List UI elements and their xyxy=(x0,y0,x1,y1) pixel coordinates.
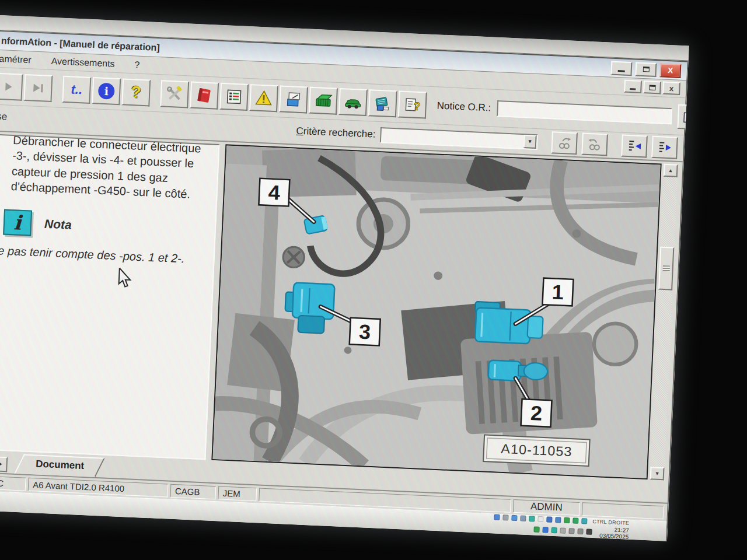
toolbox-icon xyxy=(314,92,332,110)
content-area: ▲ ▼ d – Débrancher le connecteur électri… xyxy=(0,130,683,483)
info-note-icon: i xyxy=(3,209,32,236)
search-criteria-combobox[interactable]: ▼ xyxy=(380,127,538,150)
status-cell-engine-code: CAGB xyxy=(170,484,216,499)
car-icon xyxy=(344,93,362,111)
person-search-next-icon xyxy=(557,135,573,151)
document-list-button[interactable] xyxy=(219,82,249,110)
manuals-icon xyxy=(374,94,392,112)
tray-icon[interactable] xyxy=(511,514,517,520)
document-list-icon xyxy=(225,88,243,106)
photo-of-screen: nformAtion - [Manuel de réparation] X am… xyxy=(0,0,747,560)
notice-or-cluster: Notice O.R.: xyxy=(437,93,689,130)
figure-ref-box: A10-11053 xyxy=(483,435,590,466)
help-button[interactable]: ? xyxy=(121,78,151,106)
tab-document[interactable]: Document xyxy=(14,454,105,477)
tray-icon[interactable] xyxy=(581,518,587,524)
engine-illustration: 4 3 1 2 xyxy=(212,145,660,478)
status-cell-user: ADMIN xyxy=(513,499,580,515)
tray-icon[interactable] xyxy=(533,526,539,532)
minimize-button[interactable] xyxy=(610,61,632,76)
tab-scroll-right-button[interactable] xyxy=(0,456,8,472)
tray-icon[interactable] xyxy=(555,517,561,523)
close-button[interactable]: X xyxy=(659,63,681,78)
tray-icon[interactable] xyxy=(529,516,535,522)
nota-row: i Nota xyxy=(3,209,210,244)
search-criteria-label: Critère recherche: xyxy=(296,125,376,141)
combobox-value xyxy=(381,128,524,148)
figure-scroll-up-icon[interactable]: ▲ xyxy=(664,164,678,177)
nav-forward-button[interactable] xyxy=(0,72,23,100)
tray-icon[interactable] xyxy=(537,516,543,522)
tools-icon xyxy=(166,85,184,103)
svg-text:?: ? xyxy=(413,100,421,112)
doc-help-icon: ? xyxy=(403,95,421,113)
nav-last-button[interactable] xyxy=(23,74,53,102)
status-cell-gearbox-code: JEM xyxy=(218,486,257,501)
callout-1: 1 xyxy=(551,281,564,304)
search-person-prev-button[interactable] xyxy=(581,133,608,156)
goto-icon: t.. xyxy=(71,82,83,97)
restore-button[interactable] xyxy=(635,62,657,77)
taskbar-clock[interactable]: 21:27 03/05/2025 xyxy=(599,526,629,540)
measure-icon xyxy=(284,90,302,108)
tray-icon[interactable] xyxy=(546,516,552,522)
tray-icon[interactable] xyxy=(520,515,526,521)
chevron-down-icon[interactable]: ▼ xyxy=(523,135,537,149)
mdi-window-controls: x xyxy=(624,80,680,95)
nota-text: Ne pas tenir compte des -pos. 1 et 2-. xyxy=(0,242,208,268)
warning-button[interactable] xyxy=(249,84,278,112)
instruction-text: Débrancher le connecteur électrique -3-,… xyxy=(11,134,212,203)
info-button[interactable]: i xyxy=(92,77,121,105)
notice-or-input[interactable] xyxy=(497,100,672,124)
tray-icon[interactable] xyxy=(586,528,592,534)
tray-icon[interactable] xyxy=(564,517,570,523)
menu-avertissements[interactable]: Avertissements xyxy=(51,55,115,69)
callout-3: 3 xyxy=(358,320,371,344)
nav-button-group xyxy=(0,72,53,102)
menu-parametrer[interactable]: amétrer xyxy=(0,53,32,65)
warning-icon xyxy=(254,89,273,107)
toolbox-button[interactable] xyxy=(309,86,338,114)
last-icon xyxy=(33,83,40,92)
tools-button[interactable] xyxy=(160,80,189,108)
tray-icon[interactable] xyxy=(542,527,548,533)
figure-scrollbar-thumb[interactable] xyxy=(658,246,674,290)
mdi-minimize-button[interactable] xyxy=(624,80,642,93)
callout-2: 2 xyxy=(530,401,543,425)
info-icon: i xyxy=(98,82,115,99)
figure-scroll-down-icon[interactable]: ▼ xyxy=(650,467,665,480)
doc-help-button[interactable]: ? xyxy=(398,90,427,118)
tray-icon[interactable] xyxy=(551,527,557,533)
tray-icon[interactable] xyxy=(573,517,578,523)
tray-icon[interactable] xyxy=(577,528,583,534)
info-button-group: t.. i ? xyxy=(62,75,151,106)
tray-icon[interactable] xyxy=(502,514,508,520)
goto-procedure-button[interactable]: t.. xyxy=(62,75,91,103)
person-search-prev-icon xyxy=(587,136,602,152)
tray-icon[interactable] xyxy=(494,514,500,520)
tray-icon[interactable] xyxy=(560,527,566,533)
instruction-pane: – Débrancher le connecteur électrique -3… xyxy=(0,134,219,460)
callout-4: 4 xyxy=(268,181,281,204)
keyboard-layout-indicator[interactable]: CTRL DROITE xyxy=(592,518,629,526)
tray-icon[interactable] xyxy=(568,528,574,534)
mdi-restore-button[interactable] xyxy=(643,80,661,94)
mdi-close-button[interactable]: x xyxy=(662,82,680,95)
figure-wrap: 4 3 1 2 xyxy=(211,144,678,480)
list-forward-icon xyxy=(657,139,672,155)
menu-help[interactable]: ? xyxy=(134,60,140,70)
edit-note-button[interactable] xyxy=(677,104,689,130)
mouse-cursor xyxy=(117,268,133,288)
list-back-button[interactable] xyxy=(621,135,648,158)
vehicle-button[interactable] xyxy=(338,88,368,116)
book-button[interactable] xyxy=(190,81,219,109)
list-forward-button[interactable] xyxy=(651,136,678,159)
status-cell-trailing xyxy=(582,502,664,519)
search-person-next-button[interactable] xyxy=(551,131,578,155)
tray-row-2: 21:27 03/05/2025 xyxy=(533,523,629,540)
nota-title: Nota xyxy=(44,216,72,232)
restore-icon xyxy=(643,66,649,72)
measure-button[interactable] xyxy=(279,85,308,113)
manuals-button[interactable] xyxy=(368,89,397,117)
mdi-restore-icon xyxy=(649,85,655,90)
